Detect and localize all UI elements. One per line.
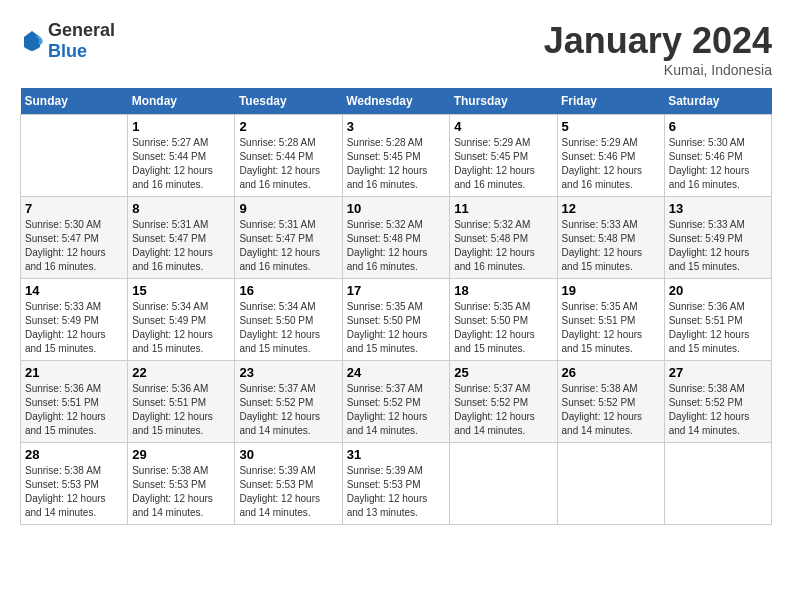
- title-block: January 2024 Kumai, Indonesia: [544, 20, 772, 78]
- calendar-cell: [664, 443, 771, 525]
- day-info: Sunrise: 5:31 AM Sunset: 5:47 PM Dayligh…: [239, 218, 337, 274]
- day-number: 14: [25, 283, 123, 298]
- calendar-cell: 27Sunrise: 5:38 AM Sunset: 5:52 PM Dayli…: [664, 361, 771, 443]
- day-number: 30: [239, 447, 337, 462]
- day-number: 10: [347, 201, 446, 216]
- day-number: 28: [25, 447, 123, 462]
- day-number: 29: [132, 447, 230, 462]
- day-info: Sunrise: 5:37 AM Sunset: 5:52 PM Dayligh…: [454, 382, 552, 438]
- day-number: 13: [669, 201, 767, 216]
- logo-icon: [20, 29, 44, 53]
- day-info: Sunrise: 5:37 AM Sunset: 5:52 PM Dayligh…: [239, 382, 337, 438]
- location: Kumai, Indonesia: [544, 62, 772, 78]
- day-info: Sunrise: 5:34 AM Sunset: 5:50 PM Dayligh…: [239, 300, 337, 356]
- calendar-cell: 8Sunrise: 5:31 AM Sunset: 5:47 PM Daylig…: [128, 197, 235, 279]
- calendar-cell: 13Sunrise: 5:33 AM Sunset: 5:49 PM Dayli…: [664, 197, 771, 279]
- day-number: 7: [25, 201, 123, 216]
- day-info: Sunrise: 5:33 AM Sunset: 5:49 PM Dayligh…: [25, 300, 123, 356]
- day-info: Sunrise: 5:38 AM Sunset: 5:53 PM Dayligh…: [132, 464, 230, 520]
- day-number: 18: [454, 283, 552, 298]
- day-info: Sunrise: 5:35 AM Sunset: 5:50 PM Dayligh…: [347, 300, 446, 356]
- day-info: Sunrise: 5:35 AM Sunset: 5:51 PM Dayligh…: [562, 300, 660, 356]
- calendar-cell: 21Sunrise: 5:36 AM Sunset: 5:51 PM Dayli…: [21, 361, 128, 443]
- day-number: 12: [562, 201, 660, 216]
- day-header-tuesday: Tuesday: [235, 88, 342, 115]
- calendar-cell: 19Sunrise: 5:35 AM Sunset: 5:51 PM Dayli…: [557, 279, 664, 361]
- logo-general: General: [48, 20, 115, 40]
- day-number: 9: [239, 201, 337, 216]
- day-number: 20: [669, 283, 767, 298]
- calendar-cell: 3Sunrise: 5:28 AM Sunset: 5:45 PM Daylig…: [342, 115, 450, 197]
- day-info: Sunrise: 5:36 AM Sunset: 5:51 PM Dayligh…: [669, 300, 767, 356]
- calendar-cell: 23Sunrise: 5:37 AM Sunset: 5:52 PM Dayli…: [235, 361, 342, 443]
- day-info: Sunrise: 5:38 AM Sunset: 5:53 PM Dayligh…: [25, 464, 123, 520]
- calendar-cell: 2Sunrise: 5:28 AM Sunset: 5:44 PM Daylig…: [235, 115, 342, 197]
- day-info: Sunrise: 5:28 AM Sunset: 5:45 PM Dayligh…: [347, 136, 446, 192]
- day-number: 17: [347, 283, 446, 298]
- day-info: Sunrise: 5:39 AM Sunset: 5:53 PM Dayligh…: [239, 464, 337, 520]
- day-number: 2: [239, 119, 337, 134]
- day-info: Sunrise: 5:27 AM Sunset: 5:44 PM Dayligh…: [132, 136, 230, 192]
- calendar-cell: 20Sunrise: 5:36 AM Sunset: 5:51 PM Dayli…: [664, 279, 771, 361]
- calendar-table: SundayMondayTuesdayWednesdayThursdayFrid…: [20, 88, 772, 525]
- calendar-cell: 9Sunrise: 5:31 AM Sunset: 5:47 PM Daylig…: [235, 197, 342, 279]
- day-number: 24: [347, 365, 446, 380]
- calendar-cell: 24Sunrise: 5:37 AM Sunset: 5:52 PM Dayli…: [342, 361, 450, 443]
- day-info: Sunrise: 5:33 AM Sunset: 5:49 PM Dayligh…: [669, 218, 767, 274]
- calendar-week-row: 21Sunrise: 5:36 AM Sunset: 5:51 PM Dayli…: [21, 361, 772, 443]
- month-title: January 2024: [544, 20, 772, 62]
- day-info: Sunrise: 5:35 AM Sunset: 5:50 PM Dayligh…: [454, 300, 552, 356]
- calendar-cell: 7Sunrise: 5:30 AM Sunset: 5:47 PM Daylig…: [21, 197, 128, 279]
- day-header-sunday: Sunday: [21, 88, 128, 115]
- day-info: Sunrise: 5:29 AM Sunset: 5:46 PM Dayligh…: [562, 136, 660, 192]
- calendar-cell: 6Sunrise: 5:30 AM Sunset: 5:46 PM Daylig…: [664, 115, 771, 197]
- logo-text: General Blue: [48, 20, 115, 62]
- calendar-cell: 15Sunrise: 5:34 AM Sunset: 5:49 PM Dayli…: [128, 279, 235, 361]
- logo: General Blue: [20, 20, 115, 62]
- calendar-cell: 4Sunrise: 5:29 AM Sunset: 5:45 PM Daylig…: [450, 115, 557, 197]
- calendar-cell: 18Sunrise: 5:35 AM Sunset: 5:50 PM Dayli…: [450, 279, 557, 361]
- calendar-cell: 14Sunrise: 5:33 AM Sunset: 5:49 PM Dayli…: [21, 279, 128, 361]
- day-header-wednesday: Wednesday: [342, 88, 450, 115]
- day-info: Sunrise: 5:37 AM Sunset: 5:52 PM Dayligh…: [347, 382, 446, 438]
- day-number: 4: [454, 119, 552, 134]
- calendar-cell: 11Sunrise: 5:32 AM Sunset: 5:48 PM Dayli…: [450, 197, 557, 279]
- calendar-cell: 25Sunrise: 5:37 AM Sunset: 5:52 PM Dayli…: [450, 361, 557, 443]
- day-header-monday: Monday: [128, 88, 235, 115]
- day-header-friday: Friday: [557, 88, 664, 115]
- day-info: Sunrise: 5:29 AM Sunset: 5:45 PM Dayligh…: [454, 136, 552, 192]
- day-header-thursday: Thursday: [450, 88, 557, 115]
- day-info: Sunrise: 5:33 AM Sunset: 5:48 PM Dayligh…: [562, 218, 660, 274]
- day-number: 8: [132, 201, 230, 216]
- calendar-cell: 12Sunrise: 5:33 AM Sunset: 5:48 PM Dayli…: [557, 197, 664, 279]
- calendar-cell: 16Sunrise: 5:34 AM Sunset: 5:50 PM Dayli…: [235, 279, 342, 361]
- day-number: 11: [454, 201, 552, 216]
- calendar-cell: 17Sunrise: 5:35 AM Sunset: 5:50 PM Dayli…: [342, 279, 450, 361]
- day-number: 6: [669, 119, 767, 134]
- day-info: Sunrise: 5:34 AM Sunset: 5:49 PM Dayligh…: [132, 300, 230, 356]
- calendar-cell: 30Sunrise: 5:39 AM Sunset: 5:53 PM Dayli…: [235, 443, 342, 525]
- calendar-cell: 22Sunrise: 5:36 AM Sunset: 5:51 PM Dayli…: [128, 361, 235, 443]
- day-number: 19: [562, 283, 660, 298]
- day-info: Sunrise: 5:28 AM Sunset: 5:44 PM Dayligh…: [239, 136, 337, 192]
- day-number: 27: [669, 365, 767, 380]
- day-number: 15: [132, 283, 230, 298]
- day-number: 26: [562, 365, 660, 380]
- calendar-cell: 31Sunrise: 5:39 AM Sunset: 5:53 PM Dayli…: [342, 443, 450, 525]
- day-info: Sunrise: 5:32 AM Sunset: 5:48 PM Dayligh…: [347, 218, 446, 274]
- calendar-cell: 1Sunrise: 5:27 AM Sunset: 5:44 PM Daylig…: [128, 115, 235, 197]
- day-info: Sunrise: 5:39 AM Sunset: 5:53 PM Dayligh…: [347, 464, 446, 520]
- day-number: 3: [347, 119, 446, 134]
- calendar-week-row: 28Sunrise: 5:38 AM Sunset: 5:53 PM Dayli…: [21, 443, 772, 525]
- calendar-week-row: 14Sunrise: 5:33 AM Sunset: 5:49 PM Dayli…: [21, 279, 772, 361]
- day-number: 1: [132, 119, 230, 134]
- day-info: Sunrise: 5:31 AM Sunset: 5:47 PM Dayligh…: [132, 218, 230, 274]
- day-number: 22: [132, 365, 230, 380]
- calendar-cell: 29Sunrise: 5:38 AM Sunset: 5:53 PM Dayli…: [128, 443, 235, 525]
- day-header-saturday: Saturday: [664, 88, 771, 115]
- day-number: 16: [239, 283, 337, 298]
- day-info: Sunrise: 5:32 AM Sunset: 5:48 PM Dayligh…: [454, 218, 552, 274]
- calendar-cell: 10Sunrise: 5:32 AM Sunset: 5:48 PM Dayli…: [342, 197, 450, 279]
- day-info: Sunrise: 5:38 AM Sunset: 5:52 PM Dayligh…: [562, 382, 660, 438]
- day-number: 5: [562, 119, 660, 134]
